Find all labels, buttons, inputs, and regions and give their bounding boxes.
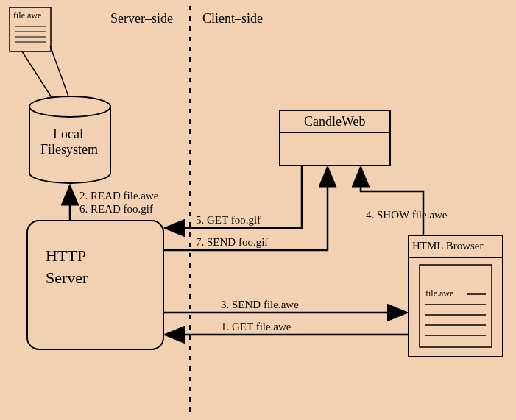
html-browser-box (409, 235, 503, 357)
http-server-label-2: Server (46, 268, 88, 288)
step7-label: 7. SEND foo.gif (196, 236, 268, 249)
step1-label: 1. GET file.awe (221, 321, 291, 333)
browser-doc-label: file.awe (425, 288, 453, 299)
browser-title: HTML Browser (412, 240, 484, 252)
step2-label: 2. READ file.awe (79, 190, 158, 202)
svg-rect-12 (420, 265, 492, 347)
svg-line-5 (22, 51, 54, 101)
server-side-heading: Server–side (110, 11, 173, 26)
candleweb-label: CandleWeb (304, 114, 366, 129)
file-icon-label: file.awe (13, 10, 41, 21)
svg-point-7 (29, 96, 110, 117)
filesystem-label-1: Local (53, 127, 83, 142)
file-icon (10, 7, 68, 101)
arrow-step4 (361, 167, 423, 235)
svg-line-6 (50, 46, 68, 96)
step3-label: 3. SEND file.awe (221, 299, 299, 311)
client-side-heading: Client–side (202, 11, 263, 26)
filesystem-label-2: Filesystem (40, 142, 98, 157)
step6-label: 6. READ foo.gif (79, 203, 153, 216)
http-server-label-1: HTTP (46, 246, 86, 266)
step5-label: 5. GET foo.gif (196, 214, 261, 227)
step4-label: 4. SHOW file.awe (366, 209, 448, 221)
